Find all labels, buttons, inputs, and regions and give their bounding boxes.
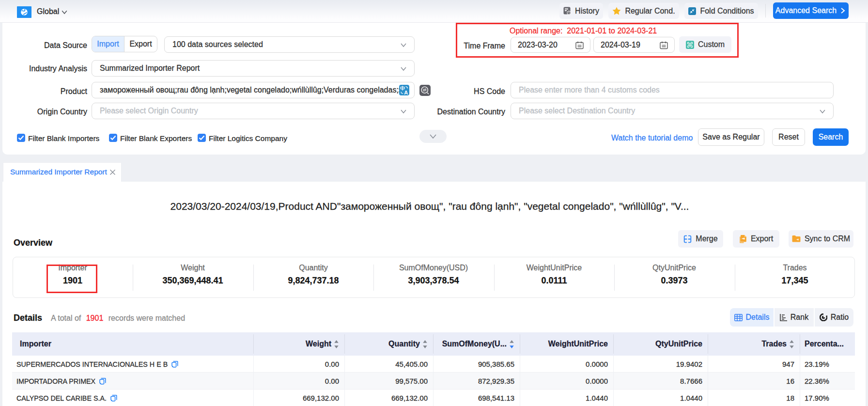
svg-text:A: A — [404, 90, 408, 95]
